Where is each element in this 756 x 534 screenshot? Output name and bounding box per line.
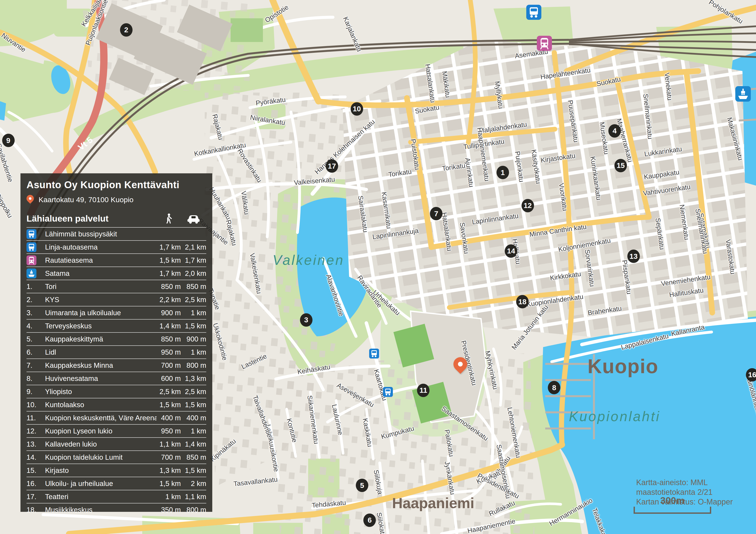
service-label: Yliopisto (45, 388, 157, 396)
water-label: Valkeinen (273, 252, 344, 268)
car-distance: 850 m (181, 453, 206, 461)
service-label: Uimaranta ja ulkoilualue (45, 309, 157, 317)
legend-row: 9.Yliopisto2,5 km2,5 km (27, 385, 206, 398)
car-distance: 2 km (181, 479, 206, 488)
legend-row: 11.Kuopion keskuskenttä, Väre Areena400 … (27, 411, 206, 424)
map-marker-5: 5 (356, 479, 368, 492)
service-label: Kuopion keskuskenttä, Väre Areena (45, 414, 157, 422)
property-address: Kaartokatu 49, 70100 Kuopio (39, 195, 133, 204)
legend-rows: Lähimmät bussipysäkitLinja-autoasema1,7 … (27, 227, 206, 516)
car-distance: 1,5 km (181, 467, 206, 474)
walk-distance: 1,1 km (157, 440, 181, 448)
property-location-pin (453, 357, 468, 377)
bus-stop-icon (369, 349, 379, 359)
car-distance: 1,5 km (181, 401, 206, 409)
legend-row: 16.Ulkoilu- ja urheilualue1,5 km2 km (27, 477, 206, 490)
scale-label: 300m (634, 495, 711, 506)
legend-row: 5.Kauppakeskittymä850 m900 m (27, 332, 206, 345)
legend-row: 6.Lidl950 m1 km (27, 345, 206, 359)
map-marker-14: 14 (505, 244, 517, 258)
legend-row: 3.Uimaranta ja ulkoilualue900 m1 km (27, 306, 206, 319)
legend-row: 18.Musiikkikeskus350 m800 m (27, 503, 206, 516)
service-label: Kuntolaakso (45, 401, 157, 409)
walk-distance: 850 m (157, 335, 181, 343)
service-label: Tori (45, 283, 157, 291)
service-label: Kallaveden lukio (45, 440, 157, 448)
legend-row: Satama1,7 km2,0 km (27, 267, 206, 280)
walk-icon (157, 213, 181, 224)
car-distance: 850 m (181, 283, 206, 291)
pin-icon (451, 354, 470, 374)
car-distance: 1 km (181, 309, 206, 317)
car-distance: 1 km (181, 427, 206, 435)
car-distance: 1,3 km (181, 374, 206, 383)
service-label: Terveyskeskus (45, 322, 157, 330)
legend-row: Rautatieasema1,5 km1,7 km (27, 253, 206, 267)
service-label: Kirjasto (45, 467, 157, 474)
walk-distance: 700 m (157, 453, 181, 461)
car-distance: 1,4 km (181, 440, 206, 448)
legend-row: 7.Kauppakeskus Minna700 m800 m (27, 359, 206, 372)
legend-row: Lähimmät bussipysäkit (27, 227, 206, 240)
legend-row: 8.Huvivenesatama600 m1,3 km (27, 372, 206, 385)
car-distance: 1 km (181, 348, 206, 356)
service-label: Musiikkikeskus (45, 506, 157, 514)
scale-bar-line (634, 506, 711, 514)
map-marker-12: 12 (522, 199, 534, 212)
service-label: Ulkoilu- ja urheilualue (45, 479, 157, 488)
car-distance: 800 m (181, 506, 206, 514)
bus-icon (27, 242, 45, 252)
map-marker-9: 9 (2, 134, 15, 147)
walk-distance: 1,7 km (157, 269, 181, 278)
walk-distance: 950 m (157, 427, 181, 435)
pin-icon (27, 195, 34, 204)
legend-row: 12.Kuopion Lyseon lukio950 m1 km (27, 424, 206, 437)
legend-row: 13.Kallaveden lukio1,1 km1,4 km (27, 437, 206, 450)
map-marker-17: 17 (326, 159, 338, 173)
service-label: Teatteri (45, 493, 157, 501)
car-distance: 2,5 km (181, 296, 206, 304)
walk-distance: 400 m (157, 414, 181, 422)
service-label: Linja-autoasema (45, 243, 157, 251)
water-label: Kuopionlahti (569, 408, 660, 424)
map-marker-1: 1 (497, 166, 509, 179)
place-label: Haapaniemi (392, 495, 474, 511)
map-marker-8: 8 (548, 381, 560, 394)
walk-distance: 1 km (157, 493, 181, 501)
bus-station-icon (526, 5, 541, 20)
map-marker-4: 4 (608, 124, 621, 138)
walk-distance: 2,5 km (157, 388, 181, 396)
legend-row: 1.Tori850 m850 m (27, 280, 206, 293)
walk-distance: 850 m (157, 283, 181, 291)
property-address-row: Kaartokatu 49, 70100 Kuopio (27, 195, 206, 204)
car-distance: 2,5 km (181, 388, 206, 396)
service-label: Kauppakeskittymä (45, 335, 157, 343)
legend-row: 10.Kuntolaakso1,5 km1,5 km (27, 398, 206, 411)
services-heading: Lähialueen palvelut (27, 214, 157, 224)
car-distance: 800 m (181, 361, 206, 369)
map-marker-11: 11 (417, 384, 429, 397)
car-distance: 900 m (181, 335, 206, 343)
ship-icon (27, 268, 45, 278)
bus-icon (27, 229, 45, 239)
legend-row: 4.Terveyskeskus1,4 km1,5 km (27, 319, 206, 332)
car-icon (181, 214, 206, 224)
attribution-line1: Kartta-aineisto: MML maastotietokanta 2/… (636, 478, 756, 497)
service-label: Kauppakeskus Minna (45, 361, 157, 369)
car-distance: 400 m (181, 414, 206, 422)
car-distance: 2,0 km (181, 269, 206, 278)
legend-row: 17.Teatteri1 km1,1 km (27, 490, 206, 503)
walk-distance: 600 m (157, 374, 181, 383)
place-label: Kuopio (587, 355, 659, 378)
map-marker-7: 7 (430, 207, 443, 220)
car-distance: 1,7 km (181, 256, 206, 265)
scale-bar: 300m (634, 495, 711, 514)
walk-distance: 1,5 km (157, 256, 181, 265)
walk-distance: 900 m (157, 309, 181, 317)
walk-distance: 350 m (157, 506, 181, 514)
legend-row: 15.Kirjasto1,3 km1,5 km (27, 464, 206, 477)
walk-distance: 1,5 km (157, 401, 181, 409)
ship-station-icon (735, 86, 751, 102)
walk-distance: 1,5 km (157, 479, 181, 488)
map-page: KelkkailijantieNiuvantiePuijonlaaksontie… (0, 0, 756, 534)
